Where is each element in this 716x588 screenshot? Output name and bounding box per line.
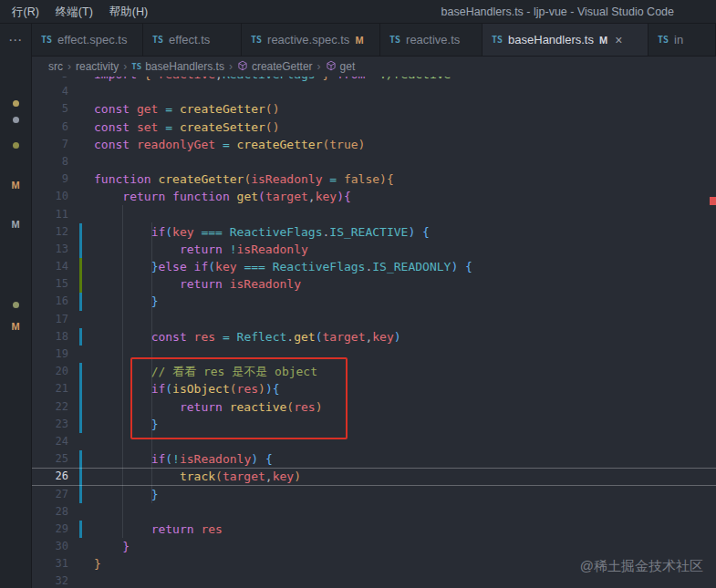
token xyxy=(94,540,122,553)
menu-item[interactable]: 帮助(H) xyxy=(101,0,156,24)
code-line[interactable]: 24 xyxy=(32,433,716,450)
token: ( xyxy=(165,382,172,396)
code-line[interactable]: 16 } xyxy=(32,293,716,310)
code-line[interactable]: 18 const res = Reflect.get(target,key) xyxy=(32,328,716,346)
line-number[interactable]: 11 xyxy=(32,206,68,223)
token: isReadonly xyxy=(251,172,329,186)
code-line[interactable]: 11 xyxy=(32,206,716,223)
line-number[interactable]: 7 xyxy=(32,136,68,153)
line-number[interactable]: 3 xyxy=(32,77,68,83)
token: } xyxy=(151,418,159,431)
editor-tab[interactable]: TSeffect.spec.ts xyxy=(32,24,143,56)
ts-icon: TS xyxy=(131,62,141,71)
code-line[interactable]: 5const get = createGetter() xyxy=(32,100,716,118)
ts-icon: TS xyxy=(658,35,669,45)
git-modified-letter: M xyxy=(0,179,31,191)
code-line[interactable]: 6const set = createSetter() xyxy=(32,119,716,136)
token: } xyxy=(122,540,130,553)
token: } xyxy=(151,294,159,308)
line-number[interactable]: 13 xyxy=(32,241,68,258)
line-number[interactable]: 23 xyxy=(32,416,68,433)
line-number[interactable]: 21 xyxy=(32,380,68,397)
code-line[interactable]: 8 xyxy=(32,153,716,170)
code-line[interactable]: 30 } xyxy=(32,538,716,555)
line-number[interactable]: 29 xyxy=(32,521,68,538)
line-number[interactable]: 5 xyxy=(32,100,68,118)
editor-tab[interactable]: TSreactive.ts xyxy=(380,24,483,56)
tab-label: baseHandlers.ts xyxy=(508,33,594,46)
token: res xyxy=(294,400,315,414)
main-area: ⋯ MMM TSeffect.spec.tsTSeffect.tsTSreact… xyxy=(0,24,716,588)
line-number[interactable]: 25 xyxy=(32,450,68,468)
code-line[interactable]: 4 xyxy=(32,83,716,100)
line-number[interactable]: 4 xyxy=(32,83,68,100)
line-number[interactable]: 17 xyxy=(32,311,68,328)
breadcrumb-item[interactable]: get xyxy=(326,60,356,74)
token: ! xyxy=(172,452,180,466)
token: === xyxy=(244,260,272,273)
line-number[interactable]: 32 xyxy=(32,573,68,588)
editor-tab[interactable]: TSeffect.ts xyxy=(143,24,242,56)
line-number[interactable]: 8 xyxy=(32,153,68,170)
line-number[interactable]: 31 xyxy=(32,555,68,573)
code-line[interactable]: 27 } xyxy=(32,486,716,503)
code-line[interactable]: 19 xyxy=(32,346,716,363)
code-text: if(!isReadonly) { xyxy=(94,450,273,468)
code-line[interactable]: 20 // 看看 res 是不是 object xyxy=(32,363,716,380)
line-number[interactable]: 22 xyxy=(32,398,68,416)
line-number[interactable]: 14 xyxy=(32,258,68,275)
code-line[interactable]: 10 return function get(target,key){ xyxy=(32,188,716,205)
line-number[interactable]: 26 xyxy=(32,468,68,485)
code-line[interactable]: 13 return !isReadonly xyxy=(32,241,716,258)
line-number[interactable]: 28 xyxy=(32,503,68,521)
more-actions-icon[interactable]: ⋯ xyxy=(0,32,31,48)
token: get xyxy=(294,330,315,344)
code-line[interactable]: 9function createGetter(isReadonly = fals… xyxy=(32,170,716,188)
menu-item[interactable]: 行(R) xyxy=(4,0,47,24)
line-number[interactable]: 18 xyxy=(32,328,68,346)
line-number[interactable]: 30 xyxy=(32,538,68,555)
line-number[interactable]: 24 xyxy=(32,433,68,450)
code-line[interactable]: 28 xyxy=(32,503,716,521)
line-number[interactable]: 16 xyxy=(32,293,68,310)
code-line[interactable]: 25 if(!isReadonly) { xyxy=(32,450,716,468)
tab-bar: TSeffect.spec.tsTSeffect.tsTSreactive.sp… xyxy=(32,24,716,57)
code-line[interactable]: 3import { reactive,ReactiveFlags } from … xyxy=(32,77,716,83)
breadcrumb-item[interactable]: src xyxy=(48,60,63,73)
editor-tab[interactable]: TSreactive.spec.tsM xyxy=(242,24,380,56)
code-line[interactable]: 29 return res xyxy=(32,521,716,538)
token: key xyxy=(215,260,244,273)
tab-label: in xyxy=(674,33,683,46)
breadcrumb-item[interactable]: reactivity xyxy=(76,60,119,73)
editor-tab[interactable]: TSbaseHandlers.tsM× xyxy=(483,24,649,56)
line-number[interactable]: 27 xyxy=(32,486,68,503)
code-line[interactable]: 26 track(target,key) xyxy=(32,468,716,485)
code-line[interactable]: 23 } xyxy=(32,416,716,433)
code-line[interactable]: 12 if(key === ReactiveFlags.IS_REACTIVE)… xyxy=(32,223,716,241)
line-number[interactable]: 19 xyxy=(32,346,68,363)
breadcrumb-item[interactable]: createGetter xyxy=(237,60,313,74)
close-icon[interactable]: × xyxy=(615,34,622,46)
line-number[interactable]: 15 xyxy=(32,275,68,293)
code-line[interactable]: 15 return isReadonly xyxy=(32,275,716,293)
side-strip: ⋯ MMM xyxy=(0,24,32,588)
line-number[interactable]: 9 xyxy=(32,170,68,188)
code-editor[interactable]: 3import { reactive,ReactiveFlags } from … xyxy=(32,77,716,588)
token: isObject xyxy=(172,382,230,396)
code-line[interactable]: 7const readonlyGet = createGetter(true) xyxy=(32,136,716,153)
code-line[interactable]: 17 xyxy=(32,311,716,328)
code-line[interactable]: 21 if(isObject(res)){ xyxy=(32,380,716,397)
code-line[interactable]: 14 }else if(key === ReactiveFlags.IS_REA… xyxy=(32,258,716,275)
editor-tab[interactable]: TSin xyxy=(649,24,716,56)
line-number[interactable]: 12 xyxy=(32,223,68,241)
token: return xyxy=(151,522,202,536)
breadcrumb-item[interactable]: TSbaseHandlers.ts xyxy=(131,60,224,73)
line-number[interactable]: 6 xyxy=(32,119,68,136)
line-number[interactable]: 10 xyxy=(32,188,68,205)
tab-label: reactive.spec.ts xyxy=(267,33,349,46)
token: set xyxy=(137,120,165,134)
tab-label: reactive.ts xyxy=(406,33,460,46)
code-line[interactable]: 22 return reactive(res) xyxy=(32,398,716,416)
menu-item[interactable]: 终端(T) xyxy=(47,0,101,24)
line-number[interactable]: 20 xyxy=(32,363,68,380)
